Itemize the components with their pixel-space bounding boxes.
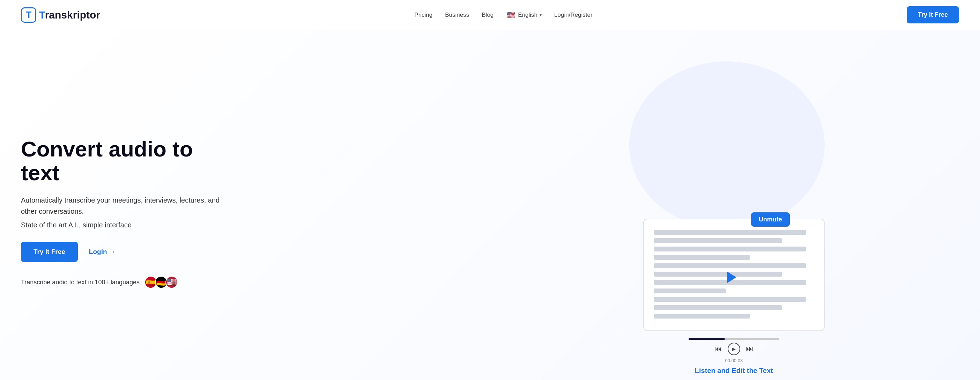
progress-fill	[689, 338, 725, 340]
text-line-8	[654, 289, 726, 294]
hero-left: Convert audio to text Automatically tran…	[21, 137, 230, 289]
nav-blog[interactable]: Blog	[482, 11, 493, 19]
listen-edit-label[interactable]: Listen and Edit the Text	[695, 367, 773, 375]
text-line-4	[654, 255, 750, 260]
flags-row: 🇪🇸 🇩🇪 🇺🇸	[145, 276, 178, 289]
text-line-3	[654, 247, 806, 251]
fast-forward-icon[interactable]: ⏭	[746, 344, 754, 353]
flag-us-small-icon: 🇺🇸	[165, 276, 178, 289]
rewind-icon[interactable]: ⏮	[714, 344, 722, 353]
play-button[interactable]: ▶	[728, 343, 740, 355]
chevron-down-icon: ▾	[539, 13, 542, 18]
hero-title: Convert audio to text	[21, 137, 230, 185]
text-line-10	[654, 305, 782, 310]
nav-pricing[interactable]: Pricing	[414, 11, 433, 19]
logo-icon: T	[21, 7, 36, 23]
languages-text: Transcribe audio to text in 100+ languag…	[21, 279, 140, 286]
flag-us-icon: 🇺🇸	[506, 10, 516, 20]
text-line-2	[654, 238, 782, 243]
hero-actions: Try It Free Login →	[21, 242, 230, 262]
text-line-11	[654, 314, 750, 319]
logo-letter-blue: T	[39, 9, 45, 21]
header-try-free-button[interactable]: Try It Free	[907, 6, 959, 23]
document-card	[643, 219, 825, 331]
logo-text: Transkriptor	[39, 9, 100, 21]
hero-subtitle: State of the art A.I., simple interface	[21, 221, 230, 229]
background-blob	[629, 61, 825, 229]
text-line-6	[654, 272, 782, 276]
logo[interactable]: T Transkriptor	[21, 7, 100, 23]
audio-player: ⏮ ▶ ⏭ 00:00:03	[643, 338, 825, 363]
hero-right: Unmute	[509, 51, 959, 375]
text-line-1	[654, 230, 806, 235]
header: T Transkriptor Pricing Business Blog 🇺🇸 …	[0, 0, 980, 30]
hero-section: Convert audio to text Automatically tran…	[0, 30, 980, 380]
hero-description: Automatically transcribe your meetings, …	[21, 195, 230, 217]
progress-track[interactable]	[689, 338, 780, 340]
text-line-9	[654, 297, 806, 302]
nav-login-register[interactable]: Login/Register	[554, 11, 593, 19]
logo-letter: T	[26, 10, 32, 20]
timestamp: 00:00:03	[725, 358, 743, 363]
unmute-badge[interactable]: Unmute	[751, 212, 790, 227]
hero-languages: Transcribe audio to text in 100+ languag…	[21, 276, 230, 289]
player-controls: ⏮ ▶ ⏭	[714, 343, 754, 355]
hero-try-free-button[interactable]: Try It Free	[21, 242, 78, 262]
play-cursor-icon	[727, 272, 737, 283]
illustration-wrapper: Unmute	[643, 219, 825, 363]
main-nav: Pricing Business Blog 🇺🇸 English ▾ Login…	[414, 10, 592, 20]
arrow-right-icon: →	[109, 248, 116, 255]
language-selector[interactable]: 🇺🇸 English ▾	[506, 10, 542, 20]
nav-business[interactable]: Business	[445, 11, 469, 19]
hero-login-link[interactable]: Login →	[89, 248, 116, 255]
language-label: English	[518, 11, 538, 19]
text-line-5	[654, 263, 806, 268]
